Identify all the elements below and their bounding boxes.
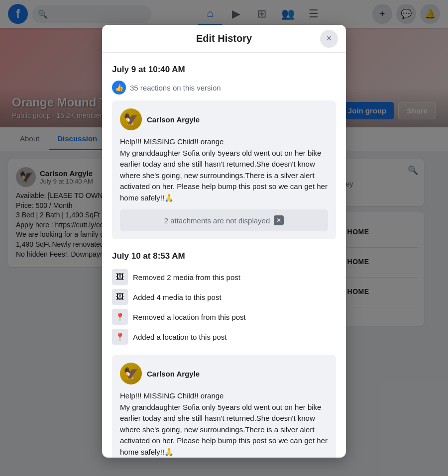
thumbs-up-icon: 👍 [112, 81, 126, 95]
change-item-4: 📍 Added a location to this post [112, 327, 336, 347]
change-text-2: Added 4 media to this post [133, 293, 222, 301]
version1-text: Help!!! MISSING Child!! orange My grandd… [120, 136, 328, 203]
media-remove-icon: 🖼 [112, 269, 128, 285]
change-text-1: Removed 2 media from this post [133, 273, 240, 282]
version2-text: Help!!! MISSING Child!! orange My grandd… [120, 390, 328, 458]
attachments-text: 2 attachments are not displayed [164, 216, 270, 225]
attachments-box: 2 attachments are not displayed ✕ [120, 209, 328, 231]
version1-author-name: Carlson Argyle [147, 115, 200, 124]
modal-close-button[interactable]: × [320, 30, 338, 48]
change-item-2: 🖼 Added 4 media to this post [112, 287, 336, 307]
change-item-1: 🖼 Removed 2 media from this post [112, 267, 336, 287]
modal-body: July 9 at 10:40 AM 👍 35 reactions on thi… [102, 53, 346, 458]
change-text-3: Removed a location from this post [133, 313, 246, 321]
change-text-4: Added a location to this post [133, 333, 226, 341]
modal-overlay[interactable]: Edit History × July 9 at 10:40 AM 👍 35 r… [0, 0, 448, 476]
modal-title: Edit History [196, 33, 252, 44]
reactions-text: 35 reactions on this version [130, 84, 221, 92]
reactions-line: 👍 35 reactions on this version [112, 81, 336, 95]
edit-history-modal: Edit History × July 9 at 10:40 AM 👍 35 r… [102, 25, 346, 458]
version2-avatar: 🦅 [120, 363, 142, 384]
version1-date: July 9 at 10:40 AM [112, 65, 336, 75]
version2-card: 🦅 Carlson Argyle Help!!! MISSING Child!!… [112, 355, 336, 458]
modal-header: Edit History × [102, 25, 346, 53]
version2-author-name: Carlson Argyle [147, 370, 200, 378]
change-item-3: 📍 Removed a location from this post [112, 307, 336, 327]
version1-avatar: 🦅 [120, 108, 142, 130]
location-add-icon: 📍 [112, 329, 128, 345]
change-section: 🖼 Removed 2 media from this post 🖼 Added… [112, 267, 336, 347]
version2-date: July 10 at 8:53 AM [112, 251, 336, 261]
version1-author: 🦅 Carlson Argyle [120, 108, 328, 130]
version1-card: 🦅 Carlson Argyle Help!!! MISSING Child!!… [112, 100, 336, 239]
version2-author: 🦅 Carlson Argyle [120, 363, 328, 384]
media-add-icon: 🖼 [112, 289, 128, 305]
attach-close-icon: ✕ [274, 215, 284, 225]
location-remove-icon: 📍 [112, 309, 128, 325]
